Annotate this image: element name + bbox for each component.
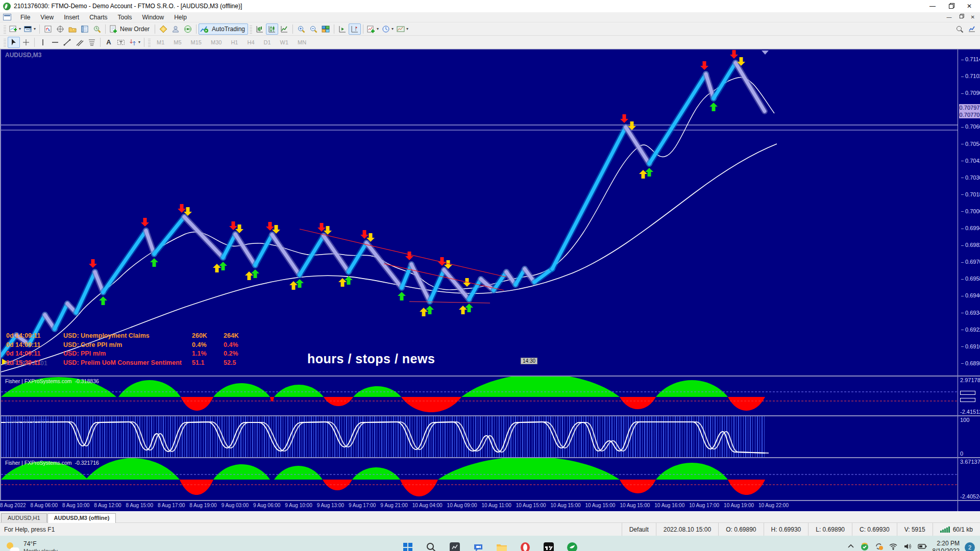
tray-antivirus-icon[interactable] — [860, 542, 869, 551]
sell-arrow-icon — [620, 114, 628, 123]
tray-wifi-icon[interactable] — [889, 542, 898, 551]
timeframe-button[interactable]: D1 — [259, 38, 276, 47]
tray-battery-icon[interactable] — [917, 542, 927, 551]
horizontal-line-tool-button[interactable] — [49, 37, 61, 48]
fisher1-panel[interactable]: Fisher | FXProSystems.com-0.318836 — [0, 377, 958, 415]
timeframe-button[interactable]: M1 — [152, 38, 169, 47]
auto-scroll-button[interactable] — [336, 23, 349, 35]
vertical-line-tool-button[interactable] — [37, 37, 49, 48]
timeframe-button[interactable]: M5 — [169, 38, 186, 47]
time-axis-label: 9 Aug 06:00 — [253, 503, 280, 508]
chart-shift-button[interactable] — [349, 23, 361, 35]
price-scale[interactable]: 0.70797 0.70770 0.711400.710200.709000.7… — [958, 49, 980, 375]
terminal-button[interactable] — [79, 23, 91, 35]
notification-badge[interactable]: 2 — [965, 542, 975, 551]
fisher1-scale[interactable]: 2.971784 -2.415121 — [958, 377, 980, 415]
fisher2-panel[interactable]: Fisher | FXProSystems.com-0.321716 — [0, 458, 958, 500]
menu-item[interactable]: View — [35, 13, 59, 22]
metaeditor-button[interactable] — [157, 23, 169, 35]
quotes-icon[interactable] — [966, 23, 978, 35]
bar-chart-button[interactable] — [254, 23, 266, 35]
child-window-icon[interactable] — [3, 14, 11, 20]
arrows-tool-button[interactable]: ▾ — [127, 37, 142, 48]
tab-audusd-m3-offline[interactable]: AUDUSD,M3 (offline) — [47, 513, 116, 523]
fibonacci-tool-button[interactable] — [86, 37, 98, 48]
market-watch-button[interactable] — [42, 23, 54, 35]
standard-toolbar: ▾ ▾ New Order AutoTrading ▾ ▾ ▾ — [0, 22, 980, 36]
menu-item[interactable]: Tools — [113, 13, 137, 22]
zoom-out-button[interactable] — [307, 23, 320, 35]
tray-sync-icon[interactable] — [874, 542, 884, 551]
new-chart-button[interactable]: ▾ — [8, 23, 22, 35]
child-minimize-button[interactable]: — — [947, 14, 952, 20]
minimize-button[interactable]: — — [929, 3, 936, 10]
tray-chevron-icon[interactable] — [847, 542, 855, 551]
cursor-tool-button[interactable] — [8, 37, 20, 48]
fisher-negative-area — [324, 397, 353, 406]
oscillator-panel[interactable]: Sware Ctrl U H315 — [0, 416, 958, 457]
timeframe-button[interactable]: H4 — [242, 38, 259, 47]
search-icon[interactable] — [953, 23, 966, 35]
fisher-negative-area — [728, 480, 765, 495]
tray-volume-icon[interactable] — [903, 542, 912, 551]
taskbar-search-icon[interactable] — [422, 538, 440, 551]
sell-arrow-icon — [178, 204, 186, 213]
start-button[interactable] — [399, 538, 417, 551]
new-order-button[interactable]: New Order — [108, 23, 153, 35]
file-explorer-icon[interactable] — [493, 538, 511, 551]
news-actual: 0.4% — [192, 341, 224, 350]
taskbar-app-dark-icon[interactable] — [446, 538, 464, 551]
autotrading-button[interactable]: AutoTrading — [199, 23, 248, 35]
timeframe-button[interactable]: H1 — [226, 38, 242, 47]
taskbar-app-green-icon[interactable] — [563, 538, 581, 551]
templates-button[interactable]: ▾ — [395, 23, 410, 35]
menu-item[interactable]: Insert — [59, 13, 84, 22]
oscillator-scale[interactable]: 100 0 — [958, 416, 980, 457]
fisher1-level-box — [960, 398, 975, 402]
tab-audusd-h1[interactable]: AUDUSD,H1 — [1, 513, 47, 522]
tradingview-icon[interactable] — [540, 538, 558, 551]
child-restore-button[interactable] — [960, 15, 963, 18]
signals-button[interactable] — [182, 23, 194, 35]
taskbar-weather-widget[interactable]: 74°FMostly cloudy — [0, 540, 112, 551]
menu-item[interactable]: Charts — [84, 13, 112, 22]
timeframe-button[interactable]: M15 — [186, 38, 206, 47]
channel-tool-button[interactable] — [74, 37, 86, 48]
status-volume: V: 5915 — [897, 523, 933, 536]
text-label-tool-button[interactable] — [115, 37, 127, 48]
strategy-tester-button[interactable] — [91, 23, 103, 35]
menu-item[interactable]: Help — [169, 13, 192, 22]
line-chart-button[interactable] — [278, 23, 290, 35]
main-chart[interactable]: AUDUSD,M3 SEFC5P8 AT01 0d 14:09:11 USD: … — [0, 49, 958, 375]
indicators-button[interactable]: ▾ — [365, 23, 380, 35]
tile-windows-button[interactable] — [320, 23, 332, 35]
trendline-tool-button[interactable] — [61, 37, 74, 48]
time-axis[interactable]: 8 Aug 20228 Aug 06:008 Aug 10:008 Aug 12… — [0, 500, 980, 511]
timeframe-button[interactable]: M30 — [206, 38, 226, 47]
periods-button[interactable]: ▾ — [380, 23, 395, 35]
crosshair-tool-button[interactable] — [20, 37, 32, 48]
time-axis-label: 8 Aug 12:00 — [94, 503, 121, 508]
restore-button[interactable] — [949, 4, 953, 9]
sell-arrow-icon — [700, 61, 708, 70]
sell-arrow-icon — [317, 223, 326, 232]
chart-annotation-text: hours / stops / news — [307, 352, 435, 366]
text-tool-button[interactable]: A — [103, 37, 115, 48]
menu-item[interactable]: Window — [137, 13, 169, 22]
opera-browser-icon[interactable] — [516, 538, 534, 551]
candlestick-chart-button[interactable] — [266, 23, 278, 35]
fisher2-scale[interactable]: 3.671379 -2.405242 — [958, 458, 980, 500]
child-close-button[interactable]: ✕ — [971, 14, 975, 20]
expert-advisors-button[interactable] — [169, 23, 182, 35]
taskbar-chat-icon[interactable] — [469, 538, 487, 551]
status-profile[interactable]: Default — [622, 523, 656, 536]
profiles-button[interactable]: ▾ — [22, 23, 37, 35]
data-window-button[interactable] — [54, 23, 66, 35]
timeframe-button[interactable]: W1 — [276, 38, 293, 47]
timeframe-button[interactable]: MN — [293, 38, 311, 47]
close-button[interactable]: ✕ — [967, 3, 972, 10]
zoom-in-button[interactable] — [295, 23, 307, 35]
menu-item[interactable]: File — [15, 13, 35, 22]
taskbar-clock[interactable]: 2:20 PM 8/10/2022 — [933, 540, 960, 551]
navigator-button[interactable] — [66, 23, 79, 35]
